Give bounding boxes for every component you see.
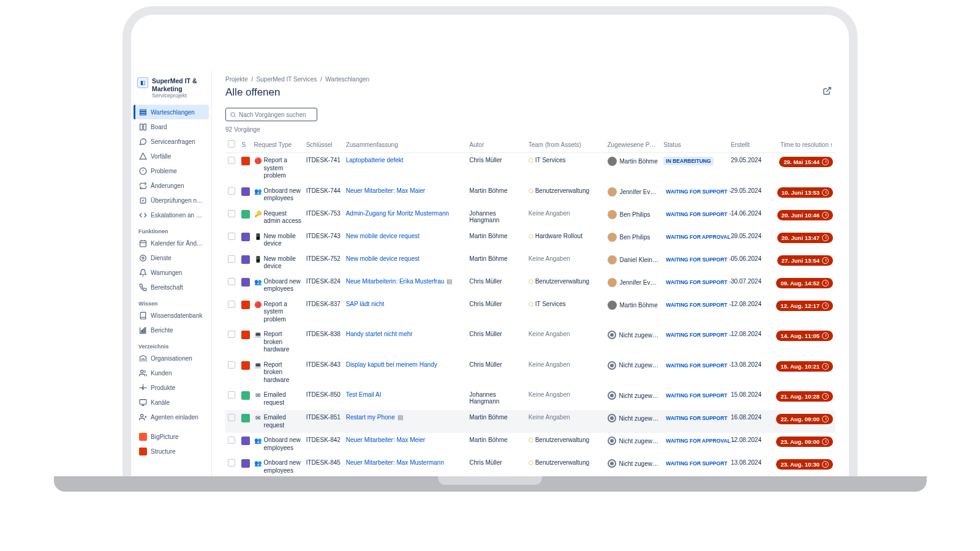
sidebar-item-org[interactable]: Organisationen bbox=[134, 351, 209, 365]
table-row[interactable]: 👥Onboard new employeesITDESK-845Neuer Mi… bbox=[225, 455, 835, 478]
status-badge[interactable]: WAITING FOR SUPPORT bbox=[663, 331, 735, 339]
table-row[interactable]: 👥Onboard new employeesITDESK-842Neuer Mi… bbox=[225, 433, 835, 455]
row-checkbox[interactable] bbox=[228, 459, 235, 467]
issue-summary[interactable]: Neuer Mitarbeiter: Max Mustermann bbox=[346, 459, 444, 466]
sidebar-item-board[interactable]: Board bbox=[134, 119, 209, 134]
issue-key[interactable]: ITDESK-843 bbox=[304, 358, 344, 388]
sidebar-item-cust[interactable]: Kunden bbox=[134, 365, 209, 380]
crumb-projects[interactable]: Projekte bbox=[225, 76, 248, 83]
status-badge[interactable]: WAITING FOR SUPPORT bbox=[663, 391, 729, 400]
row-checkbox[interactable] bbox=[228, 301, 235, 308]
crumb-project[interactable]: SuperMed IT Services bbox=[257, 76, 317, 83]
row-checkbox[interactable] bbox=[228, 233, 235, 240]
search-input[interactable]: Nach Vorgängen suchen bbox=[225, 108, 317, 121]
col-created[interactable]: Erstellt bbox=[728, 137, 767, 153]
sidebar-item-oncall[interactable]: Bereitschaft bbox=[134, 280, 209, 294]
col-author[interactable]: Autor bbox=[467, 137, 526, 153]
status-badge[interactable]: WAITING FOR SUPPORT bbox=[663, 459, 729, 468]
col-request-type[interactable]: Request Type bbox=[252, 137, 304, 153]
status-badge[interactable]: WAITING FOR SUPPORT bbox=[663, 255, 735, 264]
issue-key[interactable]: ITDESK-824 bbox=[304, 274, 344, 297]
status-badge[interactable]: WAITING FOR SUPPORT bbox=[663, 414, 729, 422]
table-row[interactable]: 👥Onboard new employeesITDESK-824Neue Mit… bbox=[225, 274, 835, 297]
issue-summary[interactable]: Restart my Phone bbox=[346, 414, 395, 421]
issue-summary[interactable]: Laptopbatterie defekt bbox=[346, 157, 404, 163]
table-row[interactable]: 📱New mobile deviceITDESK-752New mobile d… bbox=[225, 252, 835, 274]
col-type[interactable]: S bbox=[239, 137, 251, 153]
issue-key[interactable]: ITDESK-744 bbox=[304, 184, 344, 206]
issue-summary[interactable]: Neuer Mitarbeiter: Max Maier bbox=[346, 187, 425, 194]
issue-key[interactable]: ITDESK-741 bbox=[304, 153, 344, 184]
sidebar-item-kb[interactable]: Wissensdatenbank bbox=[134, 308, 209, 323]
row-checkbox[interactable] bbox=[228, 391, 235, 399]
row-checkbox[interactable] bbox=[228, 187, 235, 195]
issue-summary[interactable]: Neuer Mitarbeiter: Max Meier bbox=[346, 437, 425, 443]
table-row[interactable]: ✉Emailed requestITDESK-851Restart my Pho… bbox=[225, 410, 835, 433]
sidebar-item-problem[interactable]: Probleme bbox=[134, 163, 209, 178]
sidebar-item-alert[interactable]: Vorfälle bbox=[134, 149, 209, 163]
crumb-queues[interactable]: Warteschlangen bbox=[325, 76, 369, 83]
issue-key[interactable]: ITDESK-752 bbox=[304, 252, 344, 274]
issue-summary[interactable]: Display kaputt bei meinem Handy bbox=[346, 361, 437, 368]
sidebar-item-struct[interactable]: Structure bbox=[134, 444, 209, 459]
issue-summary[interactable]: New mobile device request bbox=[346, 255, 420, 262]
issue-key[interactable]: ITDESK-851 bbox=[304, 410, 344, 433]
status-badge[interactable]: WAITING FOR SUPPORT bbox=[663, 361, 735, 370]
open-external-icon[interactable] bbox=[819, 83, 835, 100]
table-row[interactable]: 🔴Report a system problemITDESK-741Laptop… bbox=[225, 153, 835, 184]
row-checkbox[interactable] bbox=[228, 210, 235, 217]
issue-summary[interactable]: Test Email AI bbox=[346, 391, 382, 398]
issue-key[interactable]: ITDESK-845 bbox=[304, 455, 344, 478]
issue-key[interactable]: ITDESK-837 bbox=[304, 297, 344, 328]
col-summary[interactable]: Zusammenfassung bbox=[344, 137, 467, 153]
issue-summary[interactable]: New mobile device request bbox=[346, 233, 420, 239]
status-badge[interactable]: WAITING FOR APPROVAL bbox=[663, 437, 738, 445]
status-badge[interactable]: WAITING FOR APPROVAL bbox=[663, 233, 738, 241]
sidebar-item-prod[interactable]: Produkte bbox=[134, 380, 209, 395]
status-badge[interactable]: WAITING FOR SUPPORT bbox=[663, 301, 735, 309]
col-key[interactable]: Schlüssel bbox=[304, 137, 344, 153]
issue-key[interactable]: ITDESK-753 bbox=[304, 206, 344, 229]
col-sla[interactable]: Time to resolution↑ bbox=[767, 137, 835, 153]
table-row[interactable]: ✉Emailed requestITDESK-850Test Email AIJ… bbox=[225, 388, 835, 410]
table-row[interactable]: 👥Onboard new employeesITDESK-744Neuer Mi… bbox=[225, 184, 835, 206]
issue-key[interactable]: ITDESK-850 bbox=[304, 388, 344, 410]
row-checkbox[interactable] bbox=[228, 361, 235, 369]
sidebar-item-bp[interactable]: BigPicture bbox=[134, 429, 209, 444]
sidebar-item-bell[interactable]: Warnungen bbox=[134, 265, 209, 280]
sidebar-item-chan[interactable]: Kanäle bbox=[134, 395, 209, 410]
status-badge[interactable]: IN BEARBEITUNG bbox=[663, 157, 713, 165]
sidebar-item-change[interactable]: Änderungen bbox=[134, 178, 209, 193]
row-checkbox[interactable] bbox=[228, 437, 235, 444]
sidebar-item-invite[interactable]: Agenten einladen bbox=[134, 410, 209, 424]
table-row[interactable]: 💻Report broken hardwareITDESK-843Display… bbox=[225, 358, 835, 388]
issue-summary[interactable]: Admin-Zugang für Moritz Mustermann bbox=[346, 210, 449, 217]
sidebar-item-chat[interactable]: Serviceanfragen bbox=[134, 134, 209, 149]
row-checkbox[interactable] bbox=[228, 331, 235, 338]
row-checkbox[interactable] bbox=[228, 278, 235, 285]
table-row[interactable]: 📱New mobile deviceITDESK-743New mobile d… bbox=[225, 229, 835, 252]
select-all-checkbox[interactable] bbox=[228, 140, 235, 148]
table-row[interactable]: 🔑Request admin accessITDESK-753Admin-Zug… bbox=[225, 206, 835, 229]
project-header[interactable]: ◧ SuperMed IT & Marketing Serviceprojekt bbox=[134, 75, 209, 105]
issue-key[interactable]: ITDESK-743 bbox=[304, 229, 344, 252]
sidebar-item-queue[interactable]: Warteschlangen bbox=[134, 105, 209, 119]
issue-summary[interactable]: Handy startet nicht mehr bbox=[346, 331, 413, 337]
status-badge[interactable]: WAITING FOR SUPPORT bbox=[663, 278, 735, 287]
sidebar-item-cal[interactable]: Kalender für Änderun... bbox=[134, 236, 209, 250]
status-badge[interactable]: WAITING FOR SUPPORT bbox=[663, 210, 735, 219]
col-status[interactable]: Status bbox=[661, 137, 728, 153]
sidebar-item-code[interactable]: Eskalationen an Entw... bbox=[134, 208, 209, 222]
row-checkbox[interactable] bbox=[228, 414, 235, 421]
sidebar-item-review[interactable]: Überprüfungen nach... bbox=[134, 193, 209, 208]
issue-key[interactable]: ITDESK-838 bbox=[304, 327, 344, 358]
issue-summary[interactable]: SAP lädt nicht bbox=[346, 301, 385, 307]
col-assignee[interactable]: Zugewiesene Person bbox=[605, 137, 662, 153]
issue-key[interactable]: ITDESK-842 bbox=[304, 433, 344, 455]
col-team[interactable]: Team (from Assets) bbox=[526, 137, 605, 153]
row-checkbox[interactable] bbox=[228, 157, 235, 164]
status-badge[interactable]: WAITING FOR SUPPORT bbox=[663, 187, 735, 196]
table-row[interactable]: 💻Report broken hardwareITDESK-838Handy s… bbox=[225, 327, 835, 358]
issue-summary[interactable]: Neue Mitarbeiterin: Erika Musterfrau bbox=[346, 278, 445, 285]
sidebar-item-services[interactable]: Dienste bbox=[134, 250, 209, 265]
